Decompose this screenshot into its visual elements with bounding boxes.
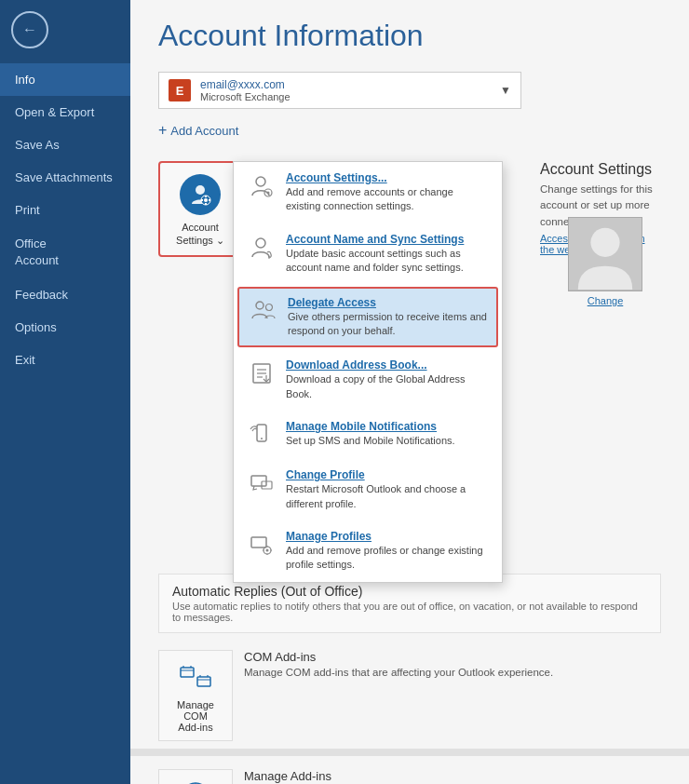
manage-profiles-icon (247, 530, 277, 560)
com-addins-area: Manage COMAdd-ins COM Add-ins Manage COM… (158, 642, 661, 749)
sidebar-item-options[interactable]: Options (0, 311, 130, 344)
sidebar-item-save-as[interactable]: Save As (0, 128, 130, 161)
sidebar-item-open-export[interactable]: Open & Export (0, 96, 130, 128)
com-addins-desc: Manage COM add-ins that are affecting yo… (244, 667, 553, 678)
svg-point-9 (267, 192, 270, 195)
manage-mobile-icon (247, 420, 277, 450)
page-title: Account Information (158, 19, 661, 53)
download-address-book-text: Download Address Book... Download a copy… (286, 358, 489, 401)
svg-point-0 (196, 185, 205, 195)
account-name-sync-icon (247, 233, 277, 263)
download-address-book-icon (247, 358, 277, 388)
com-addins-title: COM Add-ins (244, 650, 553, 664)
dropdown-item-manage-profiles[interactable]: Manage Profiles Add and remove profiles … (234, 520, 502, 582)
svg-rect-4 (205, 203, 207, 205)
svg-rect-22 (251, 537, 266, 547)
main-content: Account Information E email@xxxx.com Mic… (130, 0, 689, 784)
manage-addins-title: Manage Add-ins (244, 769, 464, 783)
manage-mobile-text: Manage Mobile Notifications Set up SMS a… (286, 420, 455, 448)
com-addins-button-label: Manage COMAdd-ins (167, 699, 224, 733)
sidebar-nav: Info Open & Export Save As Save Attachme… (0, 63, 130, 376)
sidebar-item-feedback[interactable]: Feedback (0, 278, 130, 311)
svg-point-12 (266, 304, 273, 310)
dropdown-item-download-address-book[interactable]: Download Address Book... Download a copy… (234, 349, 502, 411)
svg-point-11 (256, 302, 263, 309)
account-settings-dropdown: Account Settings... Add and remove accou… (233, 161, 503, 583)
exchange-icon: E (169, 79, 191, 101)
svg-rect-6 (209, 199, 210, 201)
dropdown-item-account-settings[interactable]: Account Settings... Add and remove accou… (234, 162, 502, 223)
profile-change-link[interactable]: Change (588, 295, 624, 306)
com-addins-text: COM Add-ins Manage COM add-ins that are … (244, 650, 553, 678)
dropdown-item-delegate-access[interactable]: Delegate Access Give others permission t… (237, 287, 498, 348)
svg-rect-3 (205, 196, 207, 197)
change-profile-text: Change Profile Restart Microsoft Outlook… (286, 468, 489, 511)
back-icon: ← (22, 21, 37, 38)
dropdown-item-manage-mobile[interactable]: Manage Mobile Notifications Set up SMS a… (234, 411, 502, 459)
svg-rect-31 (181, 668, 194, 677)
svg-rect-5 (201, 199, 203, 201)
out-of-office-desc: Use automatic replies to notify others t… (172, 601, 647, 623)
account-settings-label: AccountSettings ⌄ (176, 221, 224, 248)
out-of-office-title: Automatic Replies (Out of Office) (172, 584, 647, 599)
svg-point-7 (256, 177, 265, 186)
profile-photo-area: Change (568, 217, 642, 306)
dropdown-arrow-icon: ▼ (500, 84, 511, 97)
manage-addins-button[interactable]: Manage Add-ins (158, 769, 233, 784)
dropdown-item-change-profile[interactable]: Change Profile Restart Microsoft Outlook… (234, 459, 502, 520)
account-settings-item-icon (247, 171, 277, 201)
account-type: Microsoft Exchange (200, 91, 493, 102)
manage-profiles-text: Manage Profiles Add and remove profiles … (286, 530, 489, 573)
svg-point-2 (204, 198, 208, 202)
account-name-sync-text: Account Name and Sync Settings Update ba… (286, 233, 489, 276)
svg-point-24 (266, 548, 269, 551)
sidebar: ← Info Open & Export Save As Save Attach… (0, 0, 130, 784)
plus-icon: + (158, 122, 167, 139)
account-settings-item-text: Account Settings... Add and remove accou… (286, 171, 489, 214)
delegate-access-text: Delegate Access Give others permission t… (288, 296, 487, 339)
manage-com-addins-button[interactable]: Manage COMAdd-ins (158, 650, 233, 741)
add-account-button[interactable]: + Add Account (158, 118, 661, 142)
back-button[interactable]: ← (11, 11, 48, 48)
svg-point-30 (590, 228, 619, 257)
manage-addins-area: Manage Add-ins Manage Add-ins Manage and… (158, 756, 661, 784)
account-settings-button[interactable]: AccountSettings ⌄ (158, 161, 242, 257)
account-settings-area: AccountSettings ⌄ Account Settings... Ad… (158, 161, 661, 257)
dropdown-item-account-name-sync[interactable]: Account Name and Sync Settings Update ba… (234, 223, 502, 285)
manage-addins-icon (177, 777, 214, 784)
sidebar-item-exit[interactable]: Exit (0, 344, 130, 376)
account-selector[interactable]: E email@xxxx.com Microsoft Exchange ▼ (158, 72, 521, 109)
svg-rect-35 (197, 677, 210, 686)
sidebar-item-save-attachments[interactable]: Save Attachments (0, 161, 130, 194)
com-addins-icon (177, 658, 214, 696)
manage-addins-text: Manage Add-ins Manage and acquire Web Ad… (244, 769, 464, 784)
delegate-access-icon (249, 296, 278, 326)
sidebar-item-info[interactable]: Info (0, 63, 130, 96)
account-settings-icon (180, 174, 221, 215)
sidebar-item-print[interactable]: Print (0, 194, 130, 226)
svg-point-10 (256, 238, 265, 248)
sidebar-item-office-account[interactable]: OfficeAccount (0, 226, 130, 278)
account-email: email@xxxx.com (200, 78, 493, 91)
account-info: email@xxxx.com Microsoft Exchange (200, 78, 493, 102)
change-profile-icon (247, 468, 277, 498)
profile-photo (568, 217, 642, 291)
